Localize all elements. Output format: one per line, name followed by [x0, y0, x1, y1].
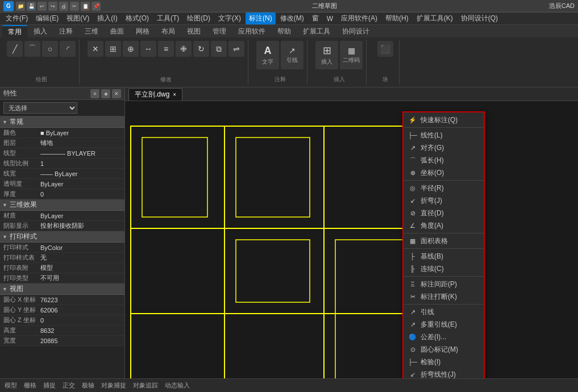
- menu-format[interactable]: 格式(O): [122, 12, 152, 24]
- prop-select-similar[interactable]: ◈: [101, 89, 110, 98]
- menu-view[interactable]: 视图(V): [63, 12, 93, 24]
- menu-edit[interactable]: 编辑(E): [32, 12, 62, 24]
- dropdown-item-aligned[interactable]: ↗ 对齐(G): [404, 141, 484, 154]
- save-icon[interactable]: 💾: [27, 2, 36, 11]
- dropdown-item-linear[interactable]: ├─ 线性(L): [404, 129, 484, 141]
- prop-value-transparency: ByLayer: [40, 181, 121, 187]
- redo-icon[interactable]: ↪: [48, 2, 57, 11]
- explode-tool[interactable]: ⊞: [105, 41, 121, 57]
- menu-tools[interactable]: 工具(T): [153, 12, 182, 24]
- prop-close[interactable]: ✕: [112, 89, 121, 98]
- status-objsnap[interactable]: 对象捕捉: [101, 381, 126, 390]
- menu-app[interactable]: 应用软件(A): [338, 12, 381, 24]
- dropdown-item-tolerance[interactable]: 🔵 公差(I)...: [404, 331, 484, 343]
- ribbon-tab-surface[interactable]: 曲面: [105, 26, 130, 37]
- ribbon-tab-annotation[interactable]: 注释: [53, 26, 78, 37]
- menu-collab[interactable]: 协同设计(Q): [458, 12, 501, 24]
- prop-row-shadow: 阴影显示 投射和接收阴影: [0, 221, 124, 231]
- status-objtrack[interactable]: 对象追踪: [133, 381, 158, 390]
- open-icon[interactable]: 📁: [16, 2, 25, 11]
- mirror-tool[interactable]: ⇌: [228, 41, 244, 57]
- delete-tool[interactable]: ✕: [88, 41, 103, 57]
- dropdown-label-linear: 线性(L): [421, 131, 443, 140]
- menu-w[interactable]: W: [323, 14, 336, 24]
- dropdown-item-joggedlinear[interactable]: ↙ 折弯线性(J): [404, 368, 484, 378]
- cut-icon[interactable]: ✂: [70, 2, 79, 11]
- stretch-tool[interactable]: ↔: [140, 41, 156, 57]
- dropdown-item-ordinate[interactable]: ⊕ 坐标(O): [404, 166, 484, 179]
- rotate-tool[interactable]: ↻: [193, 41, 209, 57]
- match-prop-tool[interactable]: ⬛: [377, 41, 393, 57]
- ribbon-tab-extend[interactable]: 扩展工具: [297, 26, 336, 37]
- line-tool[interactable]: ╱: [7, 41, 23, 57]
- align-tool[interactable]: ≡: [158, 41, 174, 57]
- dropdown-item-baseline[interactable]: ├ 基线(B): [404, 250, 484, 262]
- boolean-tool[interactable]: ⊕: [123, 41, 139, 57]
- prop-section-view-header[interactable]: 视图: [0, 283, 124, 295]
- ribbon-tab-layout[interactable]: 布局: [156, 26, 181, 37]
- text-tool[interactable]: A 文字: [256, 41, 279, 69]
- status-dyninput[interactable]: 动态输入: [165, 381, 190, 390]
- dropdown-item-dimbreak[interactable]: ✂ 标注打断(K): [404, 290, 484, 303]
- drawing-tab-close[interactable]: ×: [173, 91, 176, 98]
- ribbon-tab-appsoftware[interactable]: 应用软件: [232, 26, 271, 37]
- prop-value-width: 20885: [40, 337, 121, 344]
- dropdown-item-quickdim[interactable]: ⚡ 快速标注(Q): [404, 114, 484, 126]
- status-model[interactable]: 模型: [5, 381, 17, 390]
- ribbon-tab-3d[interactable]: 三维: [79, 26, 104, 37]
- copy-tool[interactable]: ⧉: [211, 41, 227, 57]
- ribbon-tab-help[interactable]: 帮助: [272, 26, 297, 37]
- qrcode-tool[interactable]: ▦ 二维码: [340, 41, 363, 69]
- move-tool[interactable]: ✙: [176, 41, 192, 57]
- polyline-tool[interactable]: ⌒: [24, 41, 40, 57]
- dropdown-item-diameter[interactable]: ⊘ 直径(D): [404, 207, 484, 219]
- status-snap[interactable]: 捕捉: [43, 381, 56, 390]
- paste-icon[interactable]: 📌: [92, 2, 101, 11]
- status-polar[interactable]: 极轴: [82, 381, 94, 390]
- ribbon-tab-mesh[interactable]: 网格: [130, 26, 155, 37]
- dropdown-item-inspection[interactable]: ├─ 检验(I): [404, 356, 484, 368]
- print-icon[interactable]: 🖨: [59, 2, 68, 11]
- menu-draw[interactable]: 绘图(D): [184, 12, 214, 24]
- menu-file[interactable]: 文件(F): [2, 12, 31, 24]
- dropdown-item-dimspace[interactable]: Ξ 标注间距(P): [404, 278, 484, 290]
- dropdown-item-jogged[interactable]: ↙ 折弯(J): [404, 194, 484, 207]
- menu-window[interactable]: 窗: [309, 12, 322, 24]
- prop-quick-select[interactable]: ≡: [90, 89, 99, 98]
- dropdown-item-leader[interactable]: ↗ 引线: [404, 306, 484, 318]
- dropdown-item-radius[interactable]: ◎ 半径(R): [404, 182, 484, 194]
- status-grid[interactable]: 栅格: [24, 381, 36, 390]
- arc-tool[interactable]: ◜: [60, 41, 76, 57]
- dropdown-item-centermark[interactable]: ⊙ 圆心标记(M): [404, 343, 484, 356]
- copy-icon[interactable]: 📋: [81, 2, 90, 11]
- ribbon-tab-collab[interactable]: 协同设计: [336, 26, 375, 37]
- status-ortho[interactable]: 正交: [63, 381, 75, 390]
- dropdown-item-angular[interactable]: ∠ 角度(A): [404, 219, 484, 232]
- cad-canvas[interactable]: 1050 1995 1005 1995 6.000 3.900 3.000: [125, 101, 578, 378]
- dropdown-item-arclength[interactable]: ⌒ 弧长(H): [404, 154, 484, 166]
- menu-help[interactable]: 帮助(H): [382, 12, 412, 24]
- drawing-tab[interactable]: 平立剖.dwg ×: [128, 88, 182, 101]
- dropdown-item-continue[interactable]: ╟ 连续(C): [404, 262, 484, 275]
- ribbon-tab-insert[interactable]: 插入: [28, 26, 53, 37]
- prop-value-pstyle: ByColor: [40, 244, 121, 251]
- menu-modify[interactable]: 修改(M): [277, 12, 307, 24]
- menu-text[interactable]: 文字(X): [215, 12, 244, 24]
- block-tool[interactable]: ⊞ 插入: [315, 41, 338, 69]
- prop-section-common-header[interactable]: 常规: [0, 116, 124, 128]
- circle-tool[interactable]: ○: [42, 41, 58, 57]
- prop-section-print-header[interactable]: 打印样式: [0, 231, 124, 243]
- prop-section-3d-header[interactable]: 三维效果: [0, 199, 124, 211]
- properties-select[interactable]: 无选择: [3, 102, 77, 114]
- prop-label-linetype: 线型: [3, 149, 40, 157]
- menu-insert[interactable]: 插入(I): [94, 12, 120, 24]
- leader-tool[interactable]: ↗ 引线: [281, 41, 303, 69]
- menu-dimension[interactable]: 标注(N): [246, 12, 276, 24]
- ribbon-tab-common[interactable]: 常用: [2, 25, 27, 38]
- ribbon-tab-view[interactable]: 视图: [181, 26, 206, 37]
- ribbon-tab-manage[interactable]: 管理: [207, 26, 232, 37]
- dropdown-item-multileader[interactable]: ↗ 多重引线(E): [404, 318, 484, 331]
- dropdown-item-areatable[interactable]: ▦ 面积表格: [404, 235, 484, 247]
- undo-icon[interactable]: ↩: [38, 2, 47, 11]
- menu-extend-tools[interactable]: 扩展工具(K): [413, 12, 456, 24]
